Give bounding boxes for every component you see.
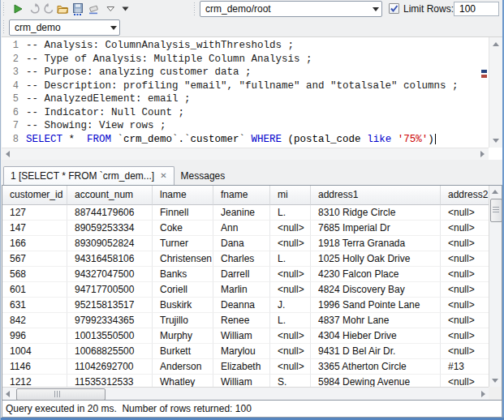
database-combo[interactable]: crm_demo: [9, 19, 120, 36]
toolbar-grip[interactable]: [193, 2, 196, 15]
vertical-scroll-thumb[interactable]: [490, 199, 502, 222]
sql-editor[interactable]: 1-- Analysis: ColumnAnalysis_withThresho…: [2, 36, 502, 160]
table-cell: <null>: [270, 344, 311, 359]
table-cell: Turner: [153, 236, 213, 251]
menu-pulldown-button[interactable]: [119, 1, 131, 17]
run-button[interactable]: [10, 1, 26, 17]
limit-rows-checkbox[interactable]: [389, 3, 399, 14]
overview-ruler-cursor-mark[interactable]: [481, 70, 487, 73]
status-bar: Query executed in 20 ms. Number of rows …: [2, 401, 502, 418]
table-cell: L.: [270, 251, 311, 267]
table-horizontal-scrollbar[interactable]: [2, 387, 489, 400]
table-cell: Coriell: [153, 282, 213, 298]
save-button[interactable]: [70, 1, 86, 17]
scroll-down-icon[interactable]: [492, 379, 498, 383]
table-cell: Deanna: [213, 298, 270, 313]
table-cell: <null>: [270, 221, 311, 236]
toolbar-grip[interactable]: [2, 20, 5, 33]
table-vertical-scrollbar[interactable]: [489, 186, 502, 387]
scroll-left-icon[interactable]: [6, 391, 10, 397]
table-cell: <null>: [441, 282, 489, 298]
table-row[interactable]: 12788744179606FinnellJeanineL.8310 Ridge…: [2, 205, 489, 221]
toolbar-grip[interactable]: [2, 2, 5, 15]
rollback-icon: [42, 2, 55, 15]
horizontal-scroll-thumb[interactable]: [16, 388, 106, 401]
table-cell: 10013550500: [67, 328, 153, 344]
editor-pulldown-button[interactable]: [105, 1, 116, 17]
table-cell: 1212: [2, 375, 67, 387]
clear-button[interactable]: [85, 1, 101, 17]
editor-line[interactable]: 7-- Showing: View rows ;: [2, 119, 481, 133]
column-header-fname[interactable]: fname: [213, 186, 270, 205]
tab-messages[interactable]: Messages: [174, 166, 232, 185]
table-cell: S.: [270, 375, 311, 387]
table-row[interactable]: 16689309052824TurnerDana<null>1918 Terra…: [2, 236, 489, 251]
table-cell: <null>: [441, 251, 489, 267]
table-cell: 94316458106: [67, 251, 153, 267]
table-cell: 97992334365: [67, 313, 153, 328]
editor-line[interactable]: 6-- Indicator: Null Count ;: [2, 106, 481, 120]
table-row[interactable]: 100410068825500BurkettMarylou<null>9431 …: [2, 344, 489, 359]
scroll-right-icon[interactable]: [480, 151, 485, 157]
table-row[interactable]: 56894327047500BanksDarrell<null>4230 Fal…: [2, 267, 489, 282]
scroll-right-icon[interactable]: [481, 391, 485, 397]
table-cell: 10068825500: [67, 344, 153, 359]
table-row[interactable]: 121211535312533WhatleyWilliamS.5984 Dewi…: [2, 375, 489, 387]
scroll-up-icon[interactable]: [493, 42, 499, 46]
table-cell: Dana: [213, 236, 270, 251]
table-row[interactable]: 63195215813517BuskirkDeannaJ.1996 Sand P…: [2, 298, 489, 313]
close-icon[interactable]: ✕: [160, 172, 166, 180]
table-cell: Whatley: [153, 375, 213, 387]
checkmark-icon: [390, 4, 398, 13]
scroll-down-icon[interactable]: [493, 139, 499, 143]
editor-horizontal-scrollbar[interactable]: [2, 148, 489, 160]
column-header-address1[interactable]: address1: [311, 186, 441, 205]
table-row[interactable]: 56794316458106ChristensenCharlesL.1025 H…: [2, 251, 489, 267]
table-cell: 127: [2, 205, 67, 221]
table-cell: Burkett: [153, 344, 213, 359]
tab-label: Messages: [181, 170, 226, 182]
table-row[interactable]: 14789059253334CokeAnn<null>7685 Imperial…: [2, 221, 489, 236]
table-cell: Anderson: [153, 359, 213, 375]
open-file-button[interactable]: [54, 1, 71, 17]
column-header-address2[interactable]: address2: [441, 186, 489, 205]
table-cell: Renee: [213, 313, 270, 328]
code-text: -- AnalyzedElement: email ;: [26, 93, 191, 105]
code-text: -- Showing: View rows ;: [26, 120, 166, 131]
column-header-lname[interactable]: lname: [153, 186, 213, 205]
table-row[interactable]: 60194717700500CoriellMarlin<null>4824 Di…: [2, 282, 489, 298]
scroll-left-icon[interactable]: [6, 151, 10, 157]
connection-combo[interactable]: crm_demo/root: [200, 1, 382, 17]
table-cell: <null>: [441, 205, 489, 221]
editor-line[interactable]: 5-- AnalyzedElement: email ;: [2, 92, 481, 106]
table-row[interactable]: 114611042692700AndersonElizabeth<null>33…: [2, 359, 489, 375]
column-header-customer_id[interactable]: customer_id: [2, 186, 67, 205]
table-cell: 996: [2, 328, 67, 344]
overview-ruler-annotation-mark[interactable]: [481, 75, 487, 78]
results-table: customer_idaccount_numlnamefnamemiaddres…: [2, 185, 502, 401]
editor-line[interactable]: 4-- Description: profiling "email", "ful…: [2, 79, 481, 93]
editor-line[interactable]: 1-- Analysis: ColumnAnalysis_withThresho…: [2, 39, 481, 53]
table-cell: Murphy: [153, 328, 213, 344]
scroll-up-icon[interactable]: [492, 190, 498, 194]
editor-line[interactable]: 8SELECT * FROM `crm_demo`.`customer` WHE…: [2, 133, 481, 147]
table-cell: 4304 Hieber Drive: [311, 328, 441, 344]
table-cell: Coke: [153, 221, 213, 236]
text-cursor: [435, 134, 436, 144]
limit-rows-input[interactable]: [454, 2, 499, 16]
table-cell: 166: [2, 236, 67, 251]
editor-vertical-scrollbar[interactable]: [489, 37, 502, 148]
editor-text-area[interactable]: 1-- Analysis: ColumnAnalysis_withThresho…: [2, 39, 481, 148]
table-cell: 95215813517: [67, 298, 153, 313]
table-row[interactable]: 99610013550500MurphyWilliam<null>4304 Hi…: [2, 328, 489, 344]
editor-line[interactable]: 2-- Type of Analysis: Multiple Column An…: [2, 53, 481, 66]
table-cell: 842: [2, 313, 67, 328]
table-cell: <null>: [441, 328, 489, 344]
table-cell: <null>: [441, 267, 489, 282]
connection-combo-value: crm_demo/root: [205, 3, 370, 15]
editor-line[interactable]: 3-- Purpose: analyzing customer data ;: [2, 66, 481, 79]
table-row[interactable]: 84297992334365TrujilloReneeL.4837 Mohr L…: [2, 313, 489, 328]
column-header-mi[interactable]: mi: [270, 186, 311, 205]
tab-query-result[interactable]: 1 [SELECT * FROM `crm_dem...] ✕: [3, 166, 174, 185]
column-header-account_num[interactable]: account_num: [67, 186, 153, 205]
